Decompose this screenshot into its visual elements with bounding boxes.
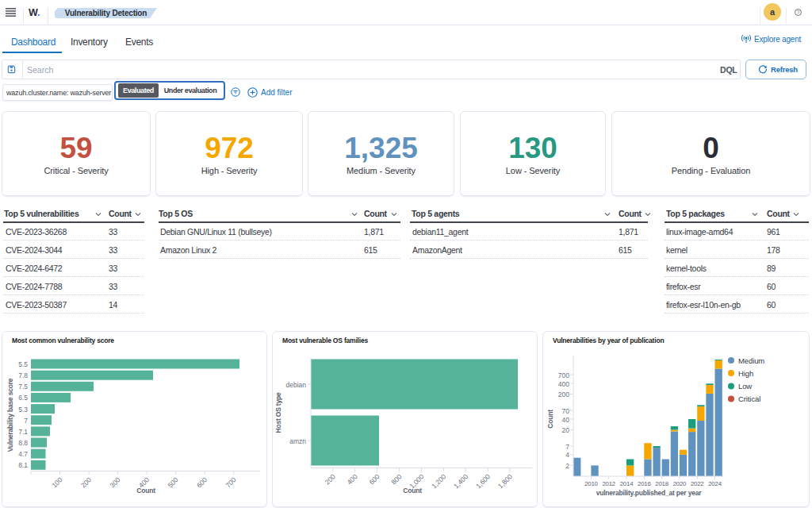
- svg-text:6.5: 6.5: [18, 394, 28, 402]
- svg-text:2012: 2012: [602, 480, 615, 487]
- svg-text:5.3: 5.3: [18, 406, 28, 414]
- svg-text:200: 200: [324, 472, 337, 486]
- svg-text:7: 7: [24, 417, 28, 425]
- svg-text:High: High: [738, 369, 753, 378]
- svg-text:Count: Count: [546, 410, 554, 429]
- svg-text:8.1: 8.1: [18, 461, 28, 469]
- svg-text:400: 400: [346, 472, 359, 486]
- svg-text:2022: 2022: [691, 480, 704, 487]
- svg-text:100: 100: [50, 475, 63, 489]
- svg-text:1,400: 1,400: [452, 472, 469, 490]
- svg-text:7.8: 7.8: [18, 371, 28, 379]
- svg-text:800: 800: [389, 472, 403, 486]
- svg-text:200: 200: [79, 475, 93, 489]
- svg-text:1,200: 1,200: [430, 472, 447, 490]
- svg-text:debian: debian: [285, 381, 306, 389]
- svg-text:Vulnerability base score: Vulnerability base score: [6, 378, 14, 452]
- svg-text:2024: 2024: [708, 480, 722, 487]
- svg-text:Count: Count: [136, 487, 155, 495]
- svg-text:Low: Low: [738, 382, 752, 391]
- svg-text:Count: Count: [403, 487, 422, 495]
- svg-text:2014: 2014: [620, 480, 634, 487]
- svg-text:Host OS type: Host OS type: [274, 392, 282, 433]
- svg-text:20: 20: [562, 426, 570, 434]
- svg-text:400: 400: [558, 380, 569, 388]
- svg-text:600: 600: [195, 475, 209, 489]
- svg-text:Medium: Medium: [738, 356, 764, 365]
- svg-text:4: 4: [565, 451, 569, 459]
- svg-text:2020: 2020: [673, 480, 687, 487]
- svg-text:amzn: amzn: [289, 437, 306, 445]
- svg-text:40: 40: [562, 416, 570, 424]
- svg-text:Critical: Critical: [738, 394, 760, 403]
- svg-text:200: 200: [558, 391, 569, 398]
- svg-text:1,800: 1,800: [496, 472, 514, 490]
- svg-text:7.1: 7.1: [18, 428, 28, 436]
- svg-text:600: 600: [368, 472, 381, 486]
- svg-text:1,600: 1,600: [474, 472, 492, 490]
- svg-text:vulnerability.published_at per: vulnerability.published_at per year: [596, 489, 703, 497]
- svg-text:2010: 2010: [584, 480, 598, 487]
- svg-text:300: 300: [108, 475, 121, 489]
- svg-text:700: 700: [224, 475, 238, 489]
- svg-text:2: 2: [565, 462, 569, 470]
- svg-text:70: 70: [562, 407, 570, 415]
- svg-text:700: 700: [558, 371, 569, 379]
- svg-text:8.8: 8.8: [18, 439, 28, 447]
- svg-text:7.5: 7.5: [18, 383, 28, 391]
- svg-text:2016: 2016: [638, 480, 651, 487]
- svg-text:500: 500: [167, 475, 180, 489]
- svg-text:2018: 2018: [655, 480, 668, 487]
- svg-text:4.7: 4.7: [18, 450, 28, 458]
- svg-text:5.5: 5.5: [18, 360, 28, 368]
- svg-text:7: 7: [565, 443, 569, 451]
